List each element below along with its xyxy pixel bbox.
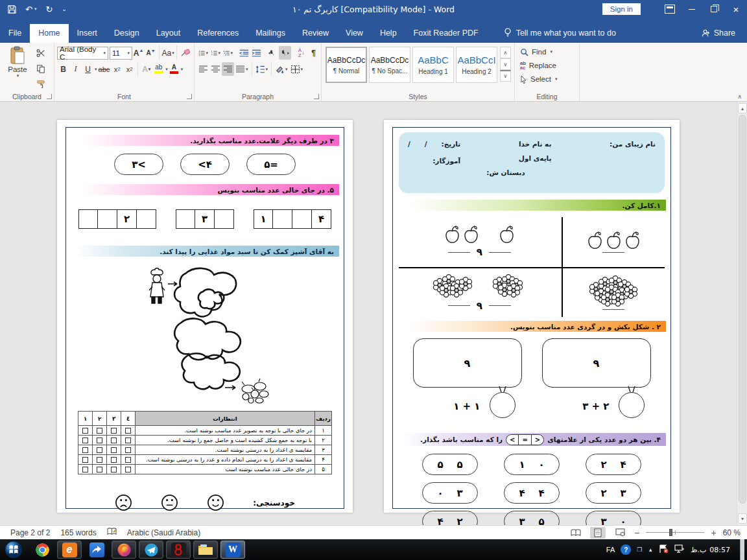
show-desktop-button[interactable] bbox=[740, 539, 744, 560]
proofing-errors-icon[interactable] bbox=[107, 527, 117, 538]
font-name-combo[interactable]: Arial (Body C▾ bbox=[57, 47, 108, 60]
superscript-button[interactable]: x2 bbox=[123, 62, 136, 76]
find-button[interactable]: Find▾ bbox=[517, 45, 576, 58]
font-color-dropdown-icon[interactable]: ▾ bbox=[181, 67, 184, 72]
style-no-spacing[interactable]: AaBbCcDc ¶ No Spac... bbox=[369, 47, 410, 83]
line-spacing-icon[interactable]: ▾ bbox=[254, 62, 270, 76]
styles-more-icon[interactable]: ∨ bbox=[500, 70, 511, 82]
styles-scroll-down-icon[interactable]: ∨ bbox=[500, 58, 511, 70]
font-size-combo[interactable]: 11▾ bbox=[110, 47, 132, 60]
scroll-down-icon[interactable]: ▼ bbox=[738, 513, 747, 524]
numbering-icon[interactable]: ▾ bbox=[209, 46, 222, 60]
tab-insert[interactable]: Insert bbox=[69, 24, 106, 43]
copy-icon[interactable] bbox=[34, 62, 47, 76]
zoom-in-icon[interactable]: + bbox=[711, 528, 716, 538]
borders-icon[interactable]: ▾ bbox=[289, 62, 305, 76]
help-tray-icon[interactable]: ? bbox=[621, 544, 631, 555]
start-button[interactable] bbox=[4, 540, 23, 559]
tab-help[interactable]: Help bbox=[372, 24, 405, 43]
underline-button[interactable]: U bbox=[82, 62, 94, 76]
select-button[interactable]: Select▾ bbox=[517, 73, 576, 86]
restore-button[interactable] bbox=[703, 0, 725, 18]
replace-button[interactable]: ab ac Replace bbox=[517, 59, 576, 72]
undo-icon[interactable]: ↶▾ bbox=[25, 5, 36, 14]
clear-formatting-icon[interactable] bbox=[179, 46, 191, 60]
ltr-direction-icon[interactable] bbox=[267, 46, 279, 60]
read-mode-icon[interactable] bbox=[568, 527, 584, 539]
paste-button[interactable]: Paste ▾ bbox=[3, 45, 32, 91]
sign-in-button[interactable]: Sign in bbox=[602, 3, 641, 15]
strikethrough-button[interactable]: abc bbox=[97, 62, 112, 76]
sort-icon[interactable]: AZ↓ bbox=[295, 46, 307, 60]
taskbar-red8-icon[interactable] bbox=[166, 541, 191, 559]
font-dialog-launcher-icon[interactable] bbox=[187, 94, 192, 99]
print-layout-icon[interactable] bbox=[590, 527, 606, 539]
redo-icon[interactable]: ↻ bbox=[45, 5, 53, 14]
tray-windows-icon[interactable]: ❐ bbox=[637, 546, 642, 553]
customize-qat-icon[interactable]: ⌄ bbox=[62, 6, 67, 12]
action-center-flag-icon[interactable] bbox=[659, 544, 669, 555]
clipboard-dialog-launcher-icon[interactable] bbox=[47, 94, 52, 99]
zoom-level[interactable]: 60 % bbox=[723, 528, 741, 537]
shading-icon[interactable]: ▾ bbox=[274, 62, 289, 76]
ribbon-display-options-icon[interactable] bbox=[659, 0, 681, 18]
format-painter-icon[interactable] bbox=[34, 77, 47, 91]
zoom-out-icon[interactable]: − bbox=[634, 528, 639, 538]
save-icon[interactable] bbox=[8, 5, 16, 14]
scrollbar-thumb[interactable] bbox=[739, 115, 746, 504]
tab-mailings[interactable]: Mailings bbox=[247, 24, 294, 43]
bullets-icon[interactable]: ▾ bbox=[197, 46, 209, 60]
scroll-up-icon[interactable]: ▲ bbox=[738, 103, 747, 113]
style-heading1[interactable]: AaBbC Heading 1 bbox=[412, 47, 454, 83]
network-tray-icon[interactable] bbox=[674, 544, 685, 555]
tab-file[interactable]: File bbox=[0, 24, 30, 43]
taskbar-file-explorer-icon[interactable] bbox=[193, 541, 218, 559]
clock[interactable]: ب.ظ 08:57 bbox=[691, 546, 730, 554]
subscript-button[interactable]: x2 bbox=[111, 62, 123, 76]
show-paragraph-marks-icon[interactable]: ¶ bbox=[307, 46, 320, 60]
align-left-icon[interactable] bbox=[197, 62, 209, 76]
tell-me-box[interactable]: Tell me what you want to do bbox=[504, 28, 616, 43]
zoom-slider[interactable] bbox=[646, 532, 704, 533]
underline-dropdown-icon[interactable]: ▾ bbox=[95, 67, 97, 72]
paragraph-dialog-launcher-icon[interactable] bbox=[314, 94, 319, 99]
grow-font-button[interactable]: A▲ bbox=[132, 46, 145, 60]
taskbar-share-app-icon[interactable] bbox=[84, 541, 109, 559]
tab-view[interactable]: View bbox=[337, 24, 372, 43]
show-hidden-icons[interactable]: ▲ bbox=[648, 547, 653, 553]
vertical-scrollbar[interactable]: ▲ ▼ bbox=[737, 102, 747, 525]
share-button[interactable]: Share bbox=[702, 29, 735, 43]
taskbar-word-icon[interactable]: W bbox=[220, 541, 245, 559]
align-center-icon[interactable] bbox=[209, 62, 222, 76]
collapse-ribbon-icon[interactable]: ∧ bbox=[737, 93, 742, 100]
taskbar-firefox-icon[interactable] bbox=[112, 541, 136, 559]
word-count[interactable]: 165 words bbox=[60, 528, 96, 537]
page-indicator[interactable]: Page 2 of 2 bbox=[10, 528, 50, 537]
tab-layout[interactable]: Layout bbox=[148, 24, 189, 43]
change-case-button[interactable]: Aa▾ bbox=[161, 46, 174, 60]
align-right-icon[interactable] bbox=[222, 62, 234, 76]
zoom-slider-thumb[interactable] bbox=[669, 529, 672, 536]
tab-foxit-reader-pdf[interactable]: Foxit Reader PDF bbox=[405, 24, 487, 43]
style-normal[interactable]: AaBbCcDc ¶ Normal bbox=[326, 47, 367, 83]
styles-scroll-up-icon[interactable]: ∧ bbox=[500, 47, 511, 58]
language-indicator[interactable]: Arabic (Saudi Arabia) bbox=[127, 528, 200, 537]
taskbar-browser-e-icon[interactable]: e bbox=[57, 541, 82, 559]
close-button[interactable]: × bbox=[725, 0, 747, 18]
tab-references[interactable]: References bbox=[189, 24, 247, 43]
taskbar-telegram-icon[interactable] bbox=[139, 541, 163, 559]
italic-button[interactable]: I bbox=[69, 62, 82, 76]
language-switcher[interactable]: FA bbox=[606, 546, 615, 554]
taskbar-chrome-icon[interactable] bbox=[30, 541, 54, 559]
bold-button[interactable]: B bbox=[57, 62, 69, 76]
shrink-font-button[interactable]: A▼ bbox=[145, 46, 157, 60]
style-heading2[interactable]: AaBbCcI Heading 2 bbox=[456, 47, 497, 83]
multilevel-list-icon[interactable]: ▾ bbox=[222, 46, 234, 60]
rtl-direction-icon[interactable] bbox=[279, 46, 291, 60]
justify-icon[interactable]: ▾ bbox=[234, 62, 250, 76]
decrease-indent-icon[interactable] bbox=[238, 46, 250, 60]
highlight-button[interactable]: ab bbox=[152, 62, 165, 76]
tab-review[interactable]: Review bbox=[294, 24, 337, 43]
web-layout-icon[interactable] bbox=[612, 527, 628, 539]
font-color-button[interactable]: A bbox=[168, 62, 180, 76]
